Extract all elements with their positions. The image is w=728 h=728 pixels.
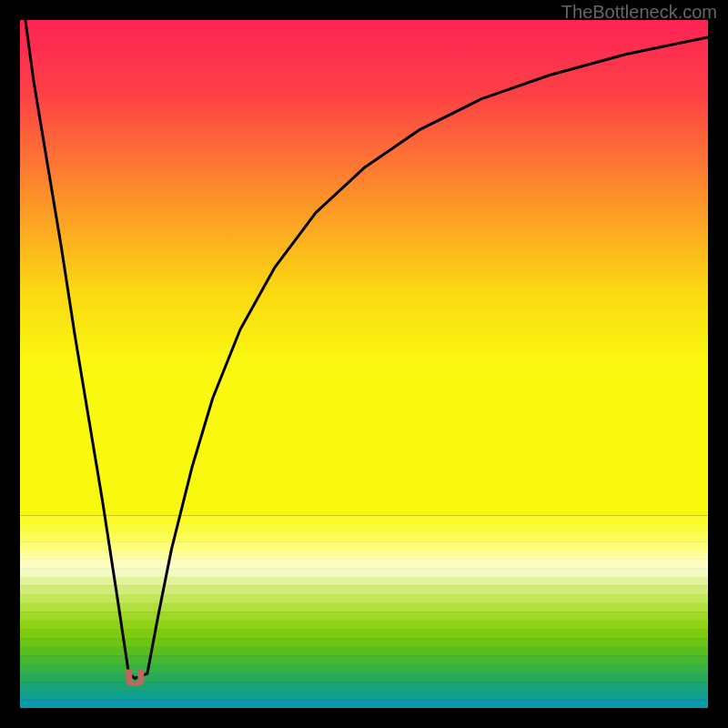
background-band	[20, 682, 708, 691]
background-band	[20, 673, 708, 682]
background-band	[20, 551, 708, 560]
background-band	[20, 524, 708, 533]
background-band	[20, 603, 708, 612]
background-band	[20, 612, 708, 621]
background-band	[20, 594, 708, 603]
chart-svg	[20, 20, 708, 708]
background-band	[20, 655, 708, 664]
background-band	[20, 699, 708, 708]
chart-frame: TheBottleneck.com	[0, 0, 728, 728]
background-band	[20, 559, 708, 568]
background-band	[20, 647, 708, 656]
plot-area	[20, 20, 708, 708]
background-gradient	[20, 20, 708, 515]
background-band	[20, 691, 708, 700]
background-band	[20, 515, 708, 524]
background-band	[20, 577, 708, 586]
watermark-text: TheBottleneck.com	[561, 2, 717, 23]
background-band	[20, 541, 708, 551]
background-band	[20, 533, 708, 542]
background-band	[20, 585, 708, 594]
background-band	[20, 664, 708, 673]
background-band	[20, 568, 708, 577]
